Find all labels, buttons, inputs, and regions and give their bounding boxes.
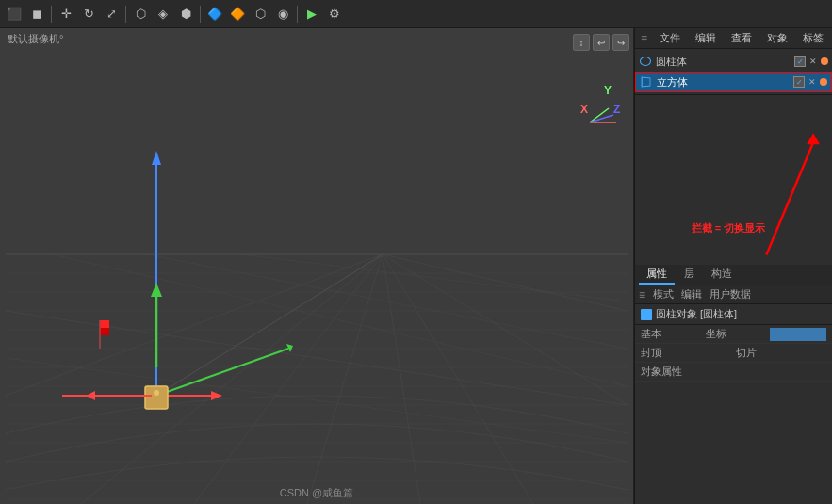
panel-menubar: ≡ 文件 编辑 查看 对象 标签: [635, 28, 832, 49]
prop-object-label: 圆柱对象 [圆柱体]: [635, 304, 832, 325]
cylinder-name: 圆柱体: [656, 55, 791, 69]
object-item-cube[interactable]: 立方体 ✓ ✕: [635, 72, 832, 92]
right-panel: ≡ 文件 编辑 查看 对象 标签 圆柱体 ✓ ✕: [634, 28, 832, 504]
main-layout: 默认摄像机° ↕ ↩ ↪: [0, 28, 832, 504]
prop-row-basic: 基本 坐标: [635, 325, 832, 344]
toolbar-sep-1: [51, 6, 52, 23]
svg-text:Z: Z: [613, 103, 620, 116]
viewport-scene: X Y Z: [0, 28, 633, 504]
tab-properties[interactable]: 属性: [639, 265, 675, 285]
top-toolbar: ⬛ ◼ ✛ ↻ ⤢ ⬡ ◈ ⬢ 🔷 🔶 ⬡ ◉ ▶ ⚙: [0, 0, 832, 28]
cube-delete[interactable]: ✕: [807, 76, 818, 88]
properties-panel: 属性 层 构造 ≡ 模式 编辑 用户数据 圆柱对象 [圆柱体] 基本 坐标: [635, 265, 832, 504]
toolbar-icon-scale[interactable]: ⤢: [101, 4, 122, 24]
toolbar-icon-poly[interactable]: ◈: [153, 4, 173, 24]
object-item-cylinder[interactable]: 圆柱体 ✓ ✕: [635, 51, 832, 72]
cylinder-icon: [639, 55, 652, 68]
prop-label-cap: 封顶: [641, 346, 732, 360]
prop-subtabs: ≡ 模式 编辑 用户数据: [635, 285, 832, 304]
prop-label-basic: 基本: [641, 327, 702, 341]
subtab-userdata[interactable]: 用户数据: [710, 287, 751, 301]
prop-label-objprop: 对象属性: [641, 365, 826, 379]
toolbar-icon-settings[interactable]: ⚙: [324, 4, 345, 24]
prop-row-objprop: 对象属性: [635, 363, 832, 382]
toolbar-icon-mesh[interactable]: ⬢: [175, 4, 196, 24]
menu-object[interactable]: 对象: [764, 30, 791, 46]
tab-layer[interactable]: 层: [677, 265, 702, 285]
cube-checkbox[interactable]: ✓: [793, 76, 805, 88]
menu-tag[interactable]: 标签: [800, 30, 826, 46]
prop-rows: 基本 坐标 封顶 切片 对象属性: [635, 325, 832, 504]
tab-construct[interactable]: 构造: [704, 265, 740, 285]
svg-rect-42: [145, 386, 168, 409]
subtab-edit[interactable]: 编辑: [681, 287, 702, 301]
toolbar-icon-obj2[interactable]: 🔶: [227, 4, 248, 24]
viewport-ctrl-redo[interactable]: ↪: [612, 34, 629, 51]
prop-label-coord: 坐标: [706, 327, 767, 341]
toolbar-icon-move[interactable]: ✛: [56, 4, 76, 24]
svg-text:Y: Y: [604, 84, 612, 97]
toolbar-icon-select[interactable]: ⬡: [130, 4, 151, 24]
toolbar-icon-rotate[interactable]: ↻: [78, 4, 99, 24]
cube-actions: ✓ ✕: [793, 76, 827, 88]
toolbar-icon-render[interactable]: ▶: [302, 4, 322, 24]
red-arrow-svg: 拦截 = 切换显示: [635, 95, 832, 265]
object-list: 圆柱体 ✓ ✕ 立方体 ✓ ✕: [635, 49, 832, 95]
toolbar-icon-obj1[interactable]: 🔷: [204, 4, 225, 24]
cylinder-checkbox[interactable]: ✓: [794, 56, 806, 67]
svg-text:X: X: [580, 103, 588, 116]
toolbar-icon-1[interactable]: ◼: [26, 4, 47, 24]
toolbar-sep-2: [125, 6, 126, 23]
menu-file[interactable]: 文件: [657, 30, 683, 46]
toolbar-icon-0[interactable]: ⬛: [4, 4, 24, 24]
cylinder-actions: ✓ ✕: [794, 56, 828, 67]
toolbar-icon-obj4[interactable]: ◉: [272, 4, 293, 24]
cylinder-dot: [821, 57, 828, 65]
cube-icon: [640, 75, 653, 89]
prop-object-name: 圆柱对象 [圆柱体]: [656, 307, 737, 321]
cube-dot: [820, 78, 827, 86]
svg-rect-0: [6, 28, 628, 504]
toolbar-icon-obj3[interactable]: ⬡: [250, 4, 270, 24]
viewport-camera-label: 默认摄像机°: [8, 32, 63, 46]
viewport[interactable]: 默认摄像机° ↕ ↩ ↪: [0, 28, 634, 504]
cylinder-delete[interactable]: ✕: [808, 56, 819, 67]
svg-rect-45: [100, 320, 109, 328]
prop-tabs: 属性 层 构造: [635, 265, 832, 285]
viewport-controls: ↕ ↩ ↪: [573, 34, 629, 51]
viewport-ctrl-move[interactable]: ↕: [573, 34, 590, 51]
svg-text:拦截 = 切换显示: 拦截 = 切换显示: [691, 222, 766, 234]
menu-view[interactable]: 查看: [728, 30, 755, 46]
viewport-ctrl-undo[interactable]: ↩: [593, 34, 610, 51]
prop-label-slice: 切片: [736, 346, 827, 360]
cube-name: 立方体: [657, 75, 790, 89]
svg-marker-52: [807, 133, 820, 144]
toolbar-sep-4: [297, 6, 298, 23]
svg-line-51: [766, 142, 813, 254]
prop-input-coord[interactable]: [770, 328, 826, 341]
watermark: CSDN @咸鱼篇: [280, 486, 353, 500]
toolbar-sep-3: [200, 6, 201, 23]
prop-row-cap: 封顶 切片: [635, 344, 832, 363]
svg-point-43: [154, 390, 159, 396]
subtab-mode[interactable]: 模式: [653, 287, 674, 301]
menu-edit[interactable]: 编辑: [693, 30, 719, 46]
